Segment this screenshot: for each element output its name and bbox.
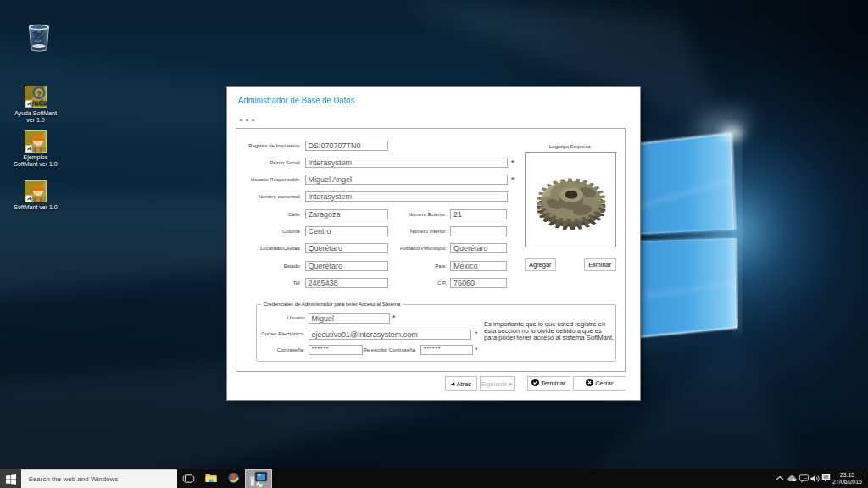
svg-text:yuda: yuda — [31, 98, 47, 107]
svg-text:?: ? — [36, 89, 41, 97]
